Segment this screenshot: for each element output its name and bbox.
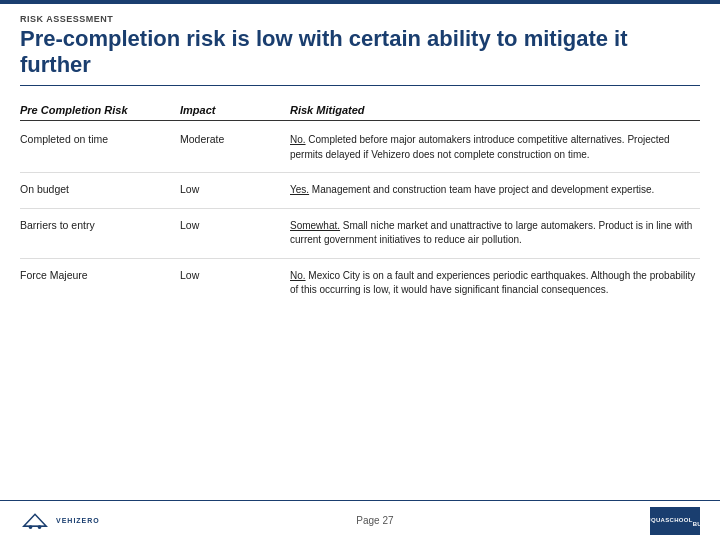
table-row: On budget Low Yes. Management and constr…	[20, 173, 700, 209]
footer: VEHIZERO Page 27 DUKE FUQUA SCHOOL OF BU…	[0, 500, 720, 540]
mitigated-prefix-3: No.	[290, 270, 306, 281]
mitigated-prefix-2: Somewhat.	[290, 220, 340, 231]
impact-0: Moderate	[180, 133, 290, 145]
table-row: Completed on time Moderate No. Completed…	[20, 123, 700, 173]
duke-school: SCHOOL	[665, 517, 692, 525]
mitigated-prefix-0: No.	[290, 134, 306, 145]
risk-label-1: On budget	[20, 183, 180, 195]
mitigated-0: No. Completed before major automakers in…	[290, 133, 700, 162]
vehizero-label: VEHIZERO	[56, 517, 100, 524]
header-risk: Pre Completion Risk	[20, 104, 180, 116]
content-area: RISK ASSESSMENT Pre-completion risk is l…	[0, 4, 720, 540]
mitigated-text-2: Small niche market and unattractive to l…	[290, 220, 692, 246]
risk-label-3: Force Majeure	[20, 269, 180, 281]
footer-page: Page 27	[100, 515, 650, 526]
footer-logo-area: VEHIZERO	[20, 511, 100, 531]
mitigated-2: Somewhat. Small niche market and unattra…	[290, 219, 700, 248]
table-row: Force Majeure Low No. Mexico City is on …	[20, 259, 700, 308]
page-number: Page 27	[356, 515, 393, 526]
duke-business: OF BUSINESS	[693, 513, 720, 529]
risk-label-2: Barriers to entry	[20, 219, 180, 231]
header-impact: Impact	[180, 104, 290, 116]
header-mitigated: Risk Mitigated	[290, 104, 700, 116]
mitigated-text-1: Management and construction team have pr…	[309, 184, 654, 195]
mitigated-prefix-1: Yes.	[290, 184, 309, 195]
mitigated-3: No. Mexico City is on a fault and experi…	[290, 269, 700, 298]
mitigated-1: Yes. Management and construction team ha…	[290, 183, 700, 198]
duke-logo: DUKE FUQUA SCHOOL OF BUSINESS	[650, 507, 700, 535]
table-header: Pre Completion Risk Impact Risk Mitigate…	[20, 104, 700, 121]
footer-duke-area: DUKE FUQUA SCHOOL OF BUSINESS	[650, 507, 700, 535]
title-divider	[20, 85, 700, 87]
mitigated-text-3: Mexico City is on a fault and experience…	[290, 270, 695, 296]
mitigated-text-0: Completed before major automakers introd…	[290, 134, 670, 160]
risk-table: Pre Completion Risk Impact Risk Mitigate…	[20, 104, 700, 308]
impact-3: Low	[180, 269, 290, 281]
risk-label-0: Completed on time	[20, 133, 180, 145]
vehizero-logo-icon	[20, 511, 50, 531]
page-title: Pre-completion risk is low with certain …	[20, 26, 700, 79]
duke-fuqua: FUQUA	[642, 517, 665, 525]
table-row: Barriers to entry Low Somewhat. Small ni…	[20, 209, 700, 259]
impact-1: Low	[180, 183, 290, 195]
svg-marker-0	[24, 514, 47, 526]
section-label: RISK ASSESSMENT	[20, 14, 700, 24]
impact-2: Low	[180, 219, 290, 231]
